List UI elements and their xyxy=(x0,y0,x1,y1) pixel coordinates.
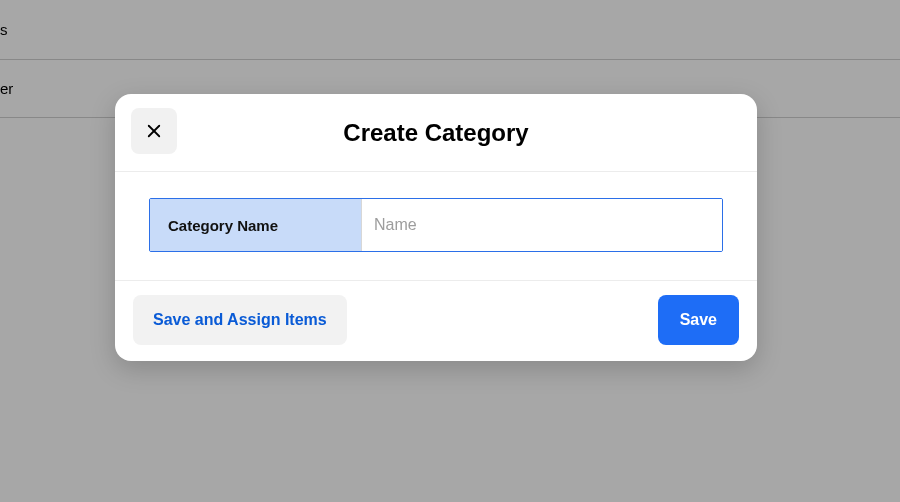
create-category-modal: Create Category Category Name Save and A… xyxy=(115,94,757,361)
close-button[interactable] xyxy=(131,108,177,154)
save-button[interactable]: Save xyxy=(658,295,739,345)
category-name-input-wrap xyxy=(362,199,722,251)
close-icon xyxy=(145,122,163,140)
category-name-label: Category Name xyxy=(150,199,362,251)
category-name-field: Category Name xyxy=(149,198,723,252)
background-row: s xyxy=(0,0,900,60)
bg-row-text: er xyxy=(0,80,13,97)
modal-body: Category Name xyxy=(115,172,757,281)
modal-header: Create Category xyxy=(115,94,757,172)
category-name-input[interactable] xyxy=(362,199,722,251)
save-and-assign-button[interactable]: Save and Assign Items xyxy=(133,295,347,345)
bg-row-text: s xyxy=(0,21,8,38)
modal-title: Create Category xyxy=(343,119,528,147)
modal-footer: Save and Assign Items Save xyxy=(115,281,757,361)
